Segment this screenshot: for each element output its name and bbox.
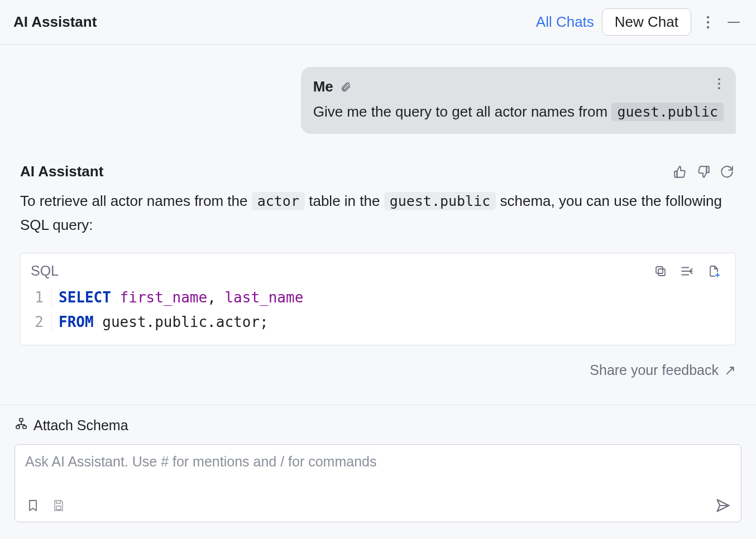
svg-point-5 [718, 83, 720, 85]
code-line: 2FROM guest.public.actor; [21, 312, 735, 337]
user-message-text-part: Give me the query to get all actor names… [313, 103, 612, 120]
attachment-icon[interactable] [339, 80, 352, 94]
attach-schema-label: Attach Schema [34, 416, 128, 435]
line-number: 2 [21, 312, 52, 332]
svg-rect-17 [56, 506, 61, 509]
svg-rect-7 [658, 269, 665, 276]
svg-point-4 [718, 78, 720, 80]
all-chats-link[interactable]: All Chats [536, 12, 594, 32]
user-message-bubble: Me Give me the query to get all actor na… [301, 67, 736, 134]
code-toolbar: SQL [21, 253, 735, 285]
code-content[interactable]: 1SELECT first_name, last_name2FROM guest… [21, 285, 735, 345]
svg-point-1 [707, 21, 709, 23]
minimize-icon[interactable] [725, 13, 743, 31]
inline-code-chip: guest.public [611, 103, 724, 121]
share-feedback-label: Share your feedback [590, 362, 719, 378]
kebab-menu-icon[interactable] [699, 13, 717, 31]
create-file-icon[interactable] [703, 260, 725, 282]
composer [15, 444, 741, 522]
code-line: 1SELECT first_name, last_name [21, 288, 735, 312]
schema-icon [15, 416, 28, 435]
user-author-label: Me [313, 77, 333, 97]
user-message-row: Me Give me the query to get all actor na… [0, 67, 756, 134]
copy-icon[interactable] [649, 260, 672, 282]
attach-schema-button[interactable]: Attach Schema [15, 416, 741, 435]
svg-point-6 [718, 87, 720, 89]
svg-rect-8 [656, 267, 663, 273]
header: AI Assistant All Chats New Chat [0, 0, 756, 45]
regenerate-icon[interactable] [718, 163, 736, 181]
save-icon[interactable] [50, 497, 68, 514]
message-menu-icon[interactable] [712, 77, 726, 90]
assistant-message-text: To retrieve all actor names from the act… [20, 189, 736, 237]
send-icon[interactable] [714, 497, 732, 514]
share-feedback-link[interactable]: Share your feedback↗ [0, 345, 756, 393]
svg-point-2 [707, 26, 709, 28]
inline-code-chip: actor [252, 192, 305, 210]
assistant-text-part: To retrieve all actor names from the [20, 192, 252, 209]
conversation-area: Me Give me the query to get all actor na… [0, 45, 756, 405]
bookmark-icon[interactable] [24, 497, 42, 514]
new-chat-button[interactable]: New Chat [602, 8, 691, 36]
svg-point-0 [707, 16, 709, 18]
assistant-text-part: table in the [305, 192, 384, 209]
external-link-icon: ↗ [724, 362, 736, 378]
inline-code-chip: guest.public [384, 192, 496, 210]
code-text: FROM guest.public.actor; [59, 312, 269, 332]
code-block: SQL 1SELECT first_name, last_name2FROM g… [20, 253, 736, 345]
code-text: SELECT first_name, last_name [59, 288, 303, 307]
assistant-message-block: AI Assistant To retrieve all actor names… [0, 134, 756, 345]
user-message-text: Give me the query to get all actor names… [313, 102, 724, 122]
line-number: 1 [21, 288, 52, 307]
panel-title: AI Assistant [13, 12, 97, 32]
assistant-author-label: AI Assistant [20, 162, 103, 181]
thumbs-down-icon[interactable] [695, 163, 712, 181]
composer-area: Attach Schema [0, 405, 756, 537]
insert-at-caret-icon[interactable] [676, 260, 698, 282]
prompt-input[interactable] [24, 453, 732, 495]
code-language-label: SQL [31, 262, 59, 281]
thumbs-up-icon[interactable] [671, 163, 689, 181]
